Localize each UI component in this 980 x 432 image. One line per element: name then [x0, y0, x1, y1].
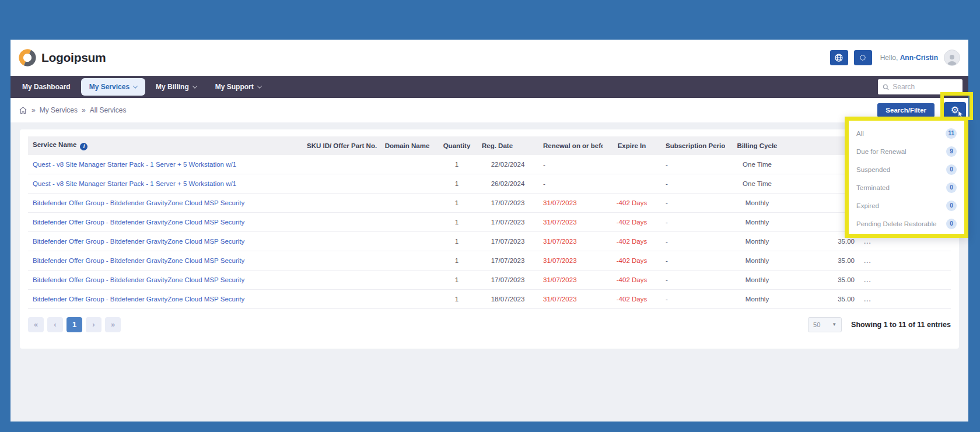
cell-reg-date: 22/02/2024	[491, 161, 525, 168]
filter-option-terminated[interactable]: Terminated0	[849, 178, 964, 196]
cell-subscription-period: -	[666, 296, 668, 303]
cell-renewal: 31/07/2023	[543, 296, 577, 303]
greeting-text: Hello, Ann-Cristin	[880, 54, 938, 62]
filter-option-all[interactable]: All11	[849, 124, 964, 142]
select-caret-icon: ▼	[832, 322, 836, 327]
table-body: Quest - v8 Site Manager Starter Pack - 1…	[28, 155, 951, 309]
table-header-row: Service NameiSKU ID/ Offer Part No.Domai…	[28, 136, 951, 155]
page-button[interactable]: »	[105, 317, 121, 332]
cell-price: 35.00	[838, 238, 855, 245]
breadcrumb: »My Services»All Services	[19, 106, 126, 115]
filter-count-badge: 0	[946, 164, 957, 175]
nav-item-label: My Services	[89, 83, 130, 91]
cell-billing-cycle: Monthly	[746, 199, 769, 206]
user-name: Ann-Cristin	[900, 54, 938, 62]
cell-renewal: 31/07/2023	[543, 257, 577, 264]
breadcrumb-item-all-services[interactable]: All Services	[90, 106, 127, 114]
col-header-renewal-on-or-before[interactable]: Renewal on or before	[538, 136, 603, 155]
col-header-quantity[interactable]: Quantity	[436, 136, 477, 155]
search-filter-button[interactable]: Search/Filter	[877, 103, 935, 117]
filter-option-label: Expired	[856, 202, 879, 209]
table-row: Bitdefender Offer Group - Bitdefender Gr…	[28, 289, 951, 308]
cell-service-name[interactable]: Bitdefender Offer Group - Bitdefender Gr…	[33, 296, 244, 303]
cell-renewal: 31/07/2023	[543, 238, 577, 245]
col-header-label: Service Name	[33, 141, 76, 148]
page-button[interactable]: «	[28, 317, 44, 332]
col-header-domain-name[interactable]: Domain Name	[378, 136, 436, 155]
filter-option-expired[interactable]: Expired0	[849, 196, 964, 215]
nav-item-my-support[interactable]: My Support	[207, 78, 270, 96]
cell-service-name[interactable]: Quest - v8 Site Manager Starter Pack - 1…	[33, 180, 236, 187]
cell-expire-in: -402 Days	[617, 257, 647, 264]
breadcrumb-items: »My Services»All Services	[32, 106, 126, 114]
col-header-subscription-period[interactable]: Subscription Period	[661, 136, 725, 155]
chevron-down-icon	[133, 83, 138, 88]
nav-items: My DashboardMy ServicesMy BillingMy Supp…	[14, 78, 270, 96]
page-button-current[interactable]: 1	[66, 317, 82, 332]
cell-actions[interactable]: ...	[864, 276, 872, 283]
brand-name: Logoipsum	[41, 51, 106, 65]
avatar[interactable]	[944, 50, 960, 66]
cell-service-name[interactable]: Bitdefender Offer Group - Bitdefender Gr…	[33, 257, 244, 264]
app-window: Logoipsum	[10, 40, 968, 422]
col-header-label: Reg. Date	[482, 142, 513, 149]
col-header-sku-id-offer-part-no[interactable]: SKU ID/ Offer Part No.	[302, 136, 378, 155]
pagination-bar: «‹1›» 50 ▼ Showing 1 to 11 of 11 entries	[28, 317, 951, 332]
filter-option-label: Pending Delete Restorable	[856, 220, 936, 227]
page-button[interactable]: ›	[86, 317, 102, 332]
breadcrumb-item-my-services[interactable]: My Services	[40, 106, 78, 114]
cell-reg-date: 17/07/2023	[491, 238, 525, 245]
page-size-select[interactable]: 50 ▼	[808, 317, 842, 332]
home-icon[interactable]	[19, 106, 27, 115]
app-header: Logoipsum	[10, 40, 968, 76]
cell-quantity: 1	[455, 257, 459, 264]
eu-flag-icon	[857, 52, 869, 63]
filter-option-suspended[interactable]: Suspended0	[849, 160, 964, 178]
col-header-service-name[interactable]: Service Namei	[28, 136, 302, 155]
info-icon[interactable]: i	[80, 143, 88, 150]
nav-item-my-dashboard[interactable]: My Dashboard	[14, 78, 79, 96]
nav-item-my-services[interactable]: My Services	[81, 78, 145, 96]
entries-summary: Showing 1 to 11 of 11 entries	[851, 321, 951, 329]
nav-item-label: My Dashboard	[22, 83, 71, 91]
col-header-expire-in[interactable]: Expire In	[603, 136, 661, 155]
cell-service-name[interactable]: Bitdefender Offer Group - Bitdefender Gr…	[33, 199, 244, 206]
nav-item-my-billing[interactable]: My Billing	[148, 78, 205, 96]
logo[interactable]: Logoipsum	[19, 49, 106, 66]
cell-subscription-period: -	[666, 199, 668, 206]
col-header-reg-date[interactable]: Reg. Date	[477, 136, 538, 155]
language-button[interactable]	[830, 50, 848, 65]
settings-button[interactable]: ⚙	[944, 102, 966, 118]
search-input[interactable]	[892, 83, 958, 91]
page-button[interactable]: ‹	[47, 317, 63, 332]
col-header-billing-cycle[interactable]: Billing Cycle	[725, 136, 789, 155]
cell-actions[interactable]: ...	[864, 296, 872, 303]
cell-renewal: 31/07/2023	[543, 219, 577, 226]
breadcrumb-separator: »	[82, 106, 86, 114]
currency-region-button[interactable]	[854, 50, 872, 65]
col-header-label: Domain Name	[385, 142, 430, 149]
cell-reg-date: 18/07/2023	[491, 296, 525, 303]
cell-actions[interactable]: ...	[864, 238, 872, 245]
cell-service-name[interactable]: Bitdefender Offer Group - Bitdefender Gr…	[33, 219, 244, 226]
col-header-label: Quantity	[443, 142, 471, 149]
cell-quantity: 1	[455, 161, 459, 168]
cell-actions[interactable]: ...	[864, 257, 872, 264]
logo-icon	[19, 49, 36, 66]
cell-service-name[interactable]: Bitdefender Offer Group - Bitdefender Gr…	[33, 276, 244, 283]
filter-option-pending-delete-restorable[interactable]: Pending Delete Restorable0	[849, 215, 964, 233]
cell-billing-cycle: Monthly	[746, 257, 769, 264]
breadcrumb-bar: »My Services»All Services Search/Filter …	[10, 98, 968, 122]
table-row: Bitdefender Offer Group - Bitdefender Gr…	[28, 251, 951, 270]
cell-subscription-period: -	[666, 276, 668, 283]
table-row: Quest - v8 Site Manager Starter Pack - 1…	[28, 174, 951, 193]
filter-count-badge: 9	[946, 146, 957, 157]
nav-item-label: My Billing	[156, 83, 189, 91]
cell-renewal: 31/07/2023	[543, 199, 577, 206]
cell-service-name[interactable]: Bitdefender Offer Group - Bitdefender Gr…	[33, 238, 244, 245]
filter-option-due-for-renewal[interactable]: Due for Renewal9	[849, 142, 964, 160]
services-table: Service NameiSKU ID/ Offer Part No.Domai…	[28, 136, 951, 309]
filter-count-badge: 0	[946, 219, 957, 229]
cell-billing-cycle: Monthly	[746, 296, 769, 303]
cell-service-name[interactable]: Quest - v8 Site Manager Starter Pack - 1…	[33, 161, 236, 168]
